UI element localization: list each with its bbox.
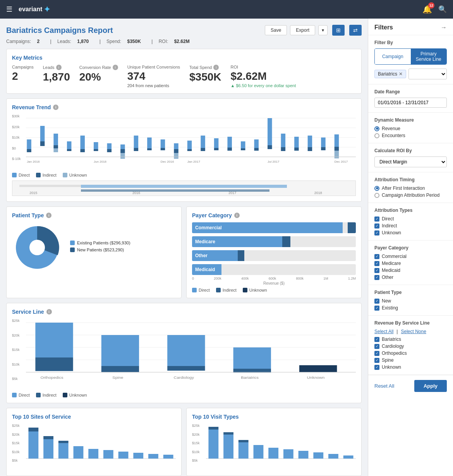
cb-medicaid[interactable]: ✓ Medicaid: [374, 268, 447, 273]
apply-button[interactable]: Apply: [414, 380, 447, 392]
export-dropdown-button[interactable]: ▾: [318, 25, 328, 35]
sl-legend-indirect-label: Indirect: [43, 393, 57, 397]
svg-rect-73: [101, 335, 139, 366]
filter-select[interactable]: [408, 69, 447, 79]
svg-rect-56: [335, 151, 339, 158]
hamburger-icon[interactable]: ☰: [6, 5, 12, 14]
svg-rect-54: [335, 134, 339, 147]
notification-button[interactable]: 🔔 12: [422, 5, 432, 14]
patient-type-info-icon[interactable]: i: [46, 213, 51, 218]
date-range-input[interactable]: [374, 98, 447, 108]
svg-rect-99: [163, 455, 173, 459]
cb-other[interactable]: ✓ Other: [374, 275, 447, 280]
filter-by-label: Filter By: [374, 40, 447, 45]
sl-legend-indirect-color: [36, 393, 41, 397]
spend-info-icon[interactable]: i: [213, 65, 219, 70]
compare-icon-button[interactable]: ⇄: [349, 25, 362, 36]
svg-rect-29: [174, 143, 178, 149]
metric-campaigns: Campaigns 2: [12, 65, 34, 88]
svg-rect-88: [28, 428, 38, 431]
leads-info-icon[interactable]: i: [56, 65, 62, 70]
sl-legend-direct-color: [12, 393, 17, 397]
calculate-roi-select[interactable]: Direct Margin Net Revenue Gross Revenue: [374, 156, 447, 167]
filter-tag-bariatrics-remove[interactable]: ✕: [399, 71, 403, 77]
revenue-trend-info-icon[interactable]: i: [53, 105, 58, 110]
cb-orthopedics[interactable]: ✓ Orthopedics: [374, 351, 447, 356]
service-line-chart: $25k $20k $15k $10k $5k: [12, 319, 356, 390]
svg-rect-20: [120, 144, 125, 149]
reset-all-button[interactable]: Reset All: [374, 383, 394, 389]
year-label-2018: 2018: [314, 191, 322, 195]
cb-orthopedics-check: ✓: [376, 351, 379, 355]
cb-existing[interactable]: ✓ Existing: [374, 305, 447, 311]
radio-campaign-attribution[interactable]: Campaign Attribution Period: [374, 192, 447, 198]
overview-mini-chart: 2015 2016 2017 2018: [12, 180, 356, 196]
cb-cardiology[interactable]: ✓ Cardiology: [374, 344, 447, 349]
cb-unknown-sl-label: Unknown: [382, 364, 401, 370]
svg-text:Jan 2017: Jan 2017: [187, 160, 200, 163]
svg-rect-7: [40, 126, 45, 141]
sidebar-title: Filters: [374, 24, 393, 31]
page-actions: Save Export ▾ ⊞ ⇄: [265, 25, 362, 36]
select-all-link[interactable]: Select All: [374, 329, 393, 334]
conversion-info-icon[interactable]: i: [113, 65, 118, 70]
payer-medicaid-bar: Medicaid: [192, 264, 356, 275]
pie-container: Existing Patients ($296,930) New Patient…: [12, 222, 176, 273]
radio-encounters[interactable]: Encounters: [374, 133, 447, 138]
payer-category-info-icon[interactable]: i: [234, 213, 240, 218]
radio-campaign-attribution-label: Campaign Attribution Period: [382, 192, 439, 198]
payer-legend-direct-color: [192, 288, 197, 292]
cb-direct[interactable]: ✓ Direct: [374, 216, 447, 222]
attribution-timing-section: Attribution Timing After First Interacti…: [368, 172, 453, 203]
cb-medicare[interactable]: ✓ Medicare: [374, 261, 447, 266]
svg-rect-39: [227, 148, 232, 151]
radio-after-first[interactable]: After First Interaction: [374, 186, 447, 191]
search-button[interactable]: 🔍: [438, 5, 447, 14]
cb-new[interactable]: ✓ New: [374, 298, 447, 304]
filter-tag-bariatrics: Bariatrics ✕: [374, 70, 406, 78]
filter-tab-primary-service-line[interactable]: Primary Service Line: [411, 49, 447, 64]
patient-type-filter-section: Patient Type ✓ New ✓ Existing: [368, 285, 453, 316]
filter-tab-campaign[interactable]: Campaign: [375, 49, 411, 64]
revenue-trend-title: Revenue Trend i: [12, 104, 356, 110]
save-button[interactable]: Save: [265, 25, 287, 35]
svg-rect-26: [147, 148, 152, 150]
service-line-info-icon[interactable]: i: [46, 309, 52, 314]
cb-unknown[interactable]: ✓ Unknown: [374, 230, 447, 235]
select-none-link[interactable]: Select None: [401, 329, 426, 334]
cb-spine[interactable]: ✓ Spine: [374, 357, 447, 363]
svg-rect-77: [233, 347, 271, 369]
payer-commercial-fill: Commercial: [192, 222, 343, 233]
metric-leads: Leads i 1,870: [43, 65, 70, 88]
radio-encounters-label: Encounters: [382, 133, 405, 138]
cb-commercial[interactable]: ✓ Commercial: [374, 254, 447, 259]
notification-badge: 12: [428, 2, 434, 9]
sidebar-collapse-button[interactable]: →: [441, 24, 447, 31]
pie-legend-existing: Existing Patients ($296,930): [70, 241, 130, 245]
chart-icon-button[interactable]: ⊞: [332, 25, 345, 36]
cb-bariatrics[interactable]: ✓ Bariatrics: [374, 337, 447, 342]
campaigns-label: Campaigns:: [6, 39, 31, 44]
cb-bariatrics-label: Bariatrics: [382, 337, 401, 342]
svg-text:Jan 2016: Jan 2016: [27, 160, 39, 163]
cb-unknown-sl-check: ✓: [376, 365, 379, 369]
payer-commercial-label: Commercial: [192, 225, 222, 230]
roi-label: ROI:: [159, 39, 168, 44]
cb-indirect[interactable]: ✓ Indirect: [374, 223, 447, 229]
svg-rect-103: [223, 435, 233, 459]
cb-medicare-box: ✓: [374, 261, 379, 266]
cb-cardiology-check: ✓: [376, 344, 379, 348]
cb-medicaid-box: ✓: [374, 268, 379, 273]
radio-revenue[interactable]: Revenue: [374, 126, 447, 131]
export-button[interactable]: Export: [290, 25, 315, 35]
svg-text:Dec 2016: Dec 2016: [161, 160, 174, 163]
legend-direct: Direct: [12, 173, 30, 177]
cb-unknown-sl[interactable]: ✓ Unknown: [374, 364, 447, 370]
payer-commercial-indirect: [348, 222, 356, 233]
link-separator: |: [396, 329, 398, 334]
svg-rect-89: [43, 439, 53, 459]
payer-legend-indirect-color: [216, 288, 221, 292]
svg-rect-34: [201, 136, 205, 148]
svg-rect-53: [321, 147, 326, 150]
radio-after-first-label: After First Interaction: [382, 186, 425, 191]
